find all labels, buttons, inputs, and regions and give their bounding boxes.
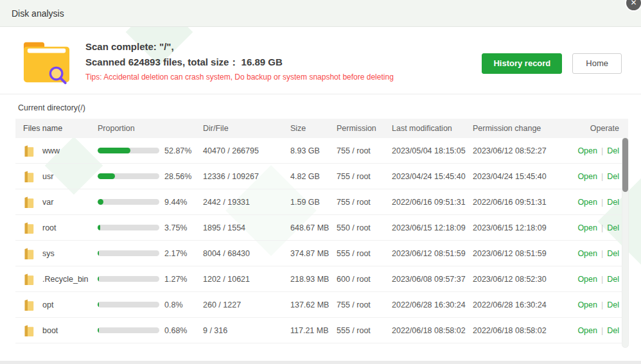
folder-icon	[23, 144, 35, 157]
vertical-scrollbar[interactable]	[622, 137, 629, 348]
size-value: 117.21 MB	[283, 326, 331, 335]
files-table: Files name Proportion Dir/File Size Perm…	[15, 119, 628, 343]
open-link[interactable]: Open	[577, 300, 597, 309]
dir-file-count: 1895 / 1554	[195, 223, 283, 232]
proportion-label: 3.75%	[164, 223, 187, 232]
permission-change-value: 2022/06/28 16:30:24	[469, 300, 552, 309]
size-value: 374.87 MB	[283, 249, 331, 258]
del-link[interactable]: Del	[607, 300, 619, 309]
history-record-button[interactable]: History record	[482, 53, 562, 74]
open-link[interactable]: Open	[577, 223, 597, 232]
dir-file-count: 1202 / 10621	[195, 275, 283, 284]
file-name: var	[42, 198, 53, 207]
proportion-label: 28.56%	[164, 172, 191, 181]
permission-value: 755 / root	[331, 198, 383, 207]
last-modification-value: 2023/05/04 18:15:05	[383, 146, 469, 155]
open-link[interactable]: Open	[577, 326, 597, 335]
action-separator: |	[601, 146, 603, 155]
open-link[interactable]: Open	[577, 172, 597, 181]
proportion-label: 1.27%	[164, 275, 187, 284]
del-link[interactable]: Del	[607, 146, 619, 155]
permission-value: 755 / root	[331, 300, 383, 309]
proportion-label: 9.44%	[164, 198, 187, 207]
permission-change-value: 2022/06/18 08:58:02	[469, 326, 552, 335]
dir-file-count: 9 / 316	[195, 326, 283, 335]
background-edge	[0, 361, 641, 364]
file-name: usr	[42, 172, 53, 181]
del-link[interactable]: Del	[607, 172, 619, 181]
del-link[interactable]: Del	[607, 223, 619, 232]
proportion-cell: 2.17%	[98, 249, 195, 258]
dir-file-count: 12336 / 109267	[195, 172, 283, 181]
files-name-cell: .Recycle_bin	[15, 273, 98, 286]
table-row: sys 2.17% 8004 / 68430 374.87 MB 555 / r…	[15, 241, 628, 266]
proportion-bar-fill	[98, 250, 99, 256]
operate-cell: Open|Del	[552, 326, 628, 335]
action-separator: |	[601, 198, 603, 207]
column-permission-change: Permission change	[469, 124, 552, 133]
proportion-bar-fill	[98, 302, 99, 308]
proportion-label: 0.68%	[164, 326, 187, 335]
file-name: root	[42, 223, 57, 232]
permission-change-value: 2023/06/12 08:52:27	[469, 146, 552, 155]
proportion-bar-fill	[98, 173, 115, 179]
proportion-bar	[98, 327, 159, 333]
files-name-cell: sys	[15, 247, 98, 260]
del-link[interactable]: Del	[607, 249, 619, 258]
last-modification-value: 2023/04/24 15:45:40	[383, 172, 469, 181]
table-header-row: Files name Proportion Dir/File Size Perm…	[15, 119, 628, 138]
proportion-cell: 9.44%	[98, 198, 195, 207]
scan-result-text: Scan complete: "/", Scanned 624893 files…	[85, 41, 394, 82]
proportion-bar	[98, 276, 159, 282]
permission-change-value: 2023/04/24 15:45:40	[469, 172, 552, 181]
folder-icon	[23, 221, 35, 234]
last-modification-value: 2022/06/18 08:58:02	[383, 326, 469, 335]
permission-value: 600 / root	[331, 275, 383, 284]
operate-cell: Open|Del	[552, 275, 628, 284]
files-name-cell: www	[15, 144, 98, 157]
table-row: usr 28.56% 12336 / 109267 4.82 GB 755 / …	[15, 164, 628, 189]
files-name-cell: boot	[15, 324, 98, 337]
open-link[interactable]: Open	[577, 198, 597, 207]
permission-change-value: 2023/06/15 12:18:09	[469, 223, 552, 232]
last-modification-value: 2023/06/08 09:57:37	[383, 275, 469, 284]
action-separator: |	[601, 326, 603, 335]
file-name: www	[42, 146, 60, 155]
permission-value: 555 / root	[331, 326, 383, 335]
table-body: www 52.87% 40470 / 266795 8.93 GB 755 / …	[15, 138, 628, 343]
proportion-label: 0.8%	[164, 300, 183, 309]
title-bar: Disk analysis	[0, 0, 641, 27]
file-name: boot	[42, 326, 58, 335]
column-last-modification: Last modification	[383, 124, 469, 133]
last-modification-value: 2023/06/12 08:51:59	[383, 249, 469, 258]
proportion-bar-fill	[98, 327, 99, 333]
table-row: var 9.44% 2442 / 19331 1.59 GB 755 / roo…	[15, 189, 628, 215]
open-link[interactable]: Open	[577, 275, 597, 284]
proportion-bar-fill	[98, 225, 100, 230]
proportion-bar	[98, 173, 159, 179]
del-link[interactable]: Del	[607, 326, 619, 335]
proportion-label: 52.87%	[164, 146, 191, 155]
size-value: 1.59 GB	[283, 198, 331, 207]
folder-icon	[23, 247, 35, 260]
disk-analysis-window: Disk analysis ✕ Scan complete: "/", Scan…	[0, 0, 641, 364]
column-dir-file: Dir/File	[195, 124, 283, 133]
scrollbar-thumb[interactable]	[622, 138, 628, 192]
permission-value: 755 / root	[331, 172, 383, 181]
open-link[interactable]: Open	[577, 249, 597, 258]
window-title: Disk analysis	[12, 0, 64, 27]
file-name: opt	[42, 300, 53, 309]
del-link[interactable]: Del	[607, 198, 619, 207]
last-modification-value: 2022/06/28 16:30:24	[383, 300, 469, 309]
size-value: 648.67 MB	[283, 223, 331, 232]
file-name: sys	[42, 249, 55, 258]
current-directory-label: Current directory(/)	[18, 103, 641, 112]
home-button[interactable]: Home	[572, 53, 622, 74]
proportion-bar	[98, 250, 159, 256]
size-value: 218.93 MB	[283, 275, 331, 284]
dir-file-count: 8004 / 68430	[195, 249, 283, 258]
del-link[interactable]: Del	[607, 275, 619, 284]
open-link[interactable]: Open	[577, 146, 597, 155]
column-permission: Permission	[331, 124, 383, 133]
action-separator: |	[601, 275, 603, 284]
